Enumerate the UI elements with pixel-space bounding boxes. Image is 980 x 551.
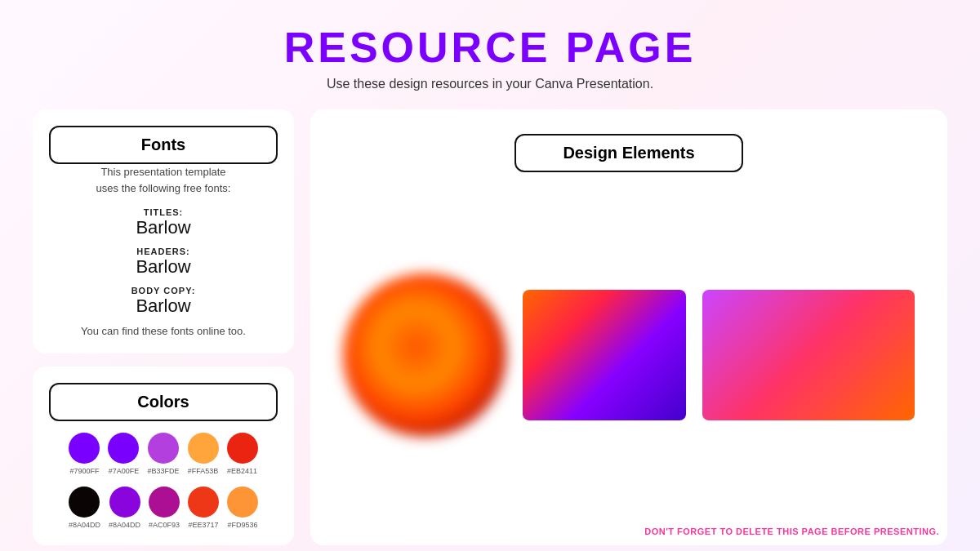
color-row-1: #7900FF #7A00FE #B33FDE #FFA53B #EB2411 bbox=[49, 433, 278, 475]
color-circle bbox=[108, 433, 139, 464]
font-body-name: Barlow bbox=[49, 295, 278, 317]
color-circle bbox=[227, 487, 258, 518]
design-elements-heading: Design Elements bbox=[514, 134, 743, 172]
color-item: #EE3717 bbox=[188, 487, 219, 529]
design-elements-header: Design Elements bbox=[335, 134, 923, 172]
fonts-heading: Fonts bbox=[49, 126, 278, 164]
main-content: Fonts This presentation templateuses the… bbox=[0, 109, 980, 545]
color-label: #EB2411 bbox=[227, 467, 257, 475]
color-circle bbox=[69, 433, 100, 464]
font-headers-label: HEADERS: bbox=[49, 247, 278, 256]
design-elements-grid bbox=[335, 189, 923, 521]
color-circle bbox=[109, 487, 140, 518]
color-item: #B33FDE bbox=[147, 433, 179, 475]
color-item: #EB2411 bbox=[227, 433, 258, 475]
color-label: #8A04DD bbox=[69, 521, 100, 529]
color-item: #7900FF bbox=[69, 433, 100, 475]
color-item: #8A04DD bbox=[109, 487, 140, 529]
color-circle bbox=[149, 487, 180, 518]
gradient-rect-2 bbox=[702, 290, 915, 420]
font-titles: TITLES: Barlow bbox=[49, 207, 278, 238]
font-body: BODY COPY: Barlow bbox=[49, 286, 278, 317]
page-subtitle: Use these design resources in your Canva… bbox=[0, 77, 980, 91]
color-item: #FFA53B bbox=[188, 433, 219, 475]
fonts-note: You can find these fonts online too. bbox=[49, 325, 278, 337]
font-titles-label: TITLES: bbox=[49, 207, 278, 217]
font-titles-name: Barlow bbox=[49, 217, 278, 238]
color-label: #8A04DD bbox=[109, 521, 140, 529]
page-title: RESOURCE PAGE bbox=[0, 23, 980, 72]
color-label: #FFA53B bbox=[188, 467, 219, 475]
font-body-label: BODY COPY: bbox=[49, 286, 278, 295]
page-header: RESOURCE PAGE Use these design resources… bbox=[0, 0, 980, 101]
color-item: #FD9536 bbox=[227, 487, 258, 529]
right-panel: Design Elements bbox=[310, 109, 947, 545]
color-item: #7A00FE bbox=[108, 433, 139, 475]
colors-section: Colors #7900FF #7A00FE #B33FDE #FFA53B bbox=[33, 367, 294, 545]
color-circle bbox=[188, 433, 219, 464]
color-circle bbox=[227, 433, 258, 464]
left-panel: Fonts This presentation templateuses the… bbox=[33, 109, 294, 545]
colors-heading: Colors bbox=[49, 383, 278, 421]
color-label: #7900FF bbox=[69, 467, 99, 475]
font-headers-name: Barlow bbox=[49, 256, 278, 278]
blob-design-element bbox=[343, 273, 506, 437]
gradient-rect-1 bbox=[523, 290, 686, 420]
color-circle bbox=[148, 433, 179, 464]
color-item: #8A04DD bbox=[69, 487, 100, 529]
color-circle bbox=[188, 487, 219, 518]
color-label: #B33FDE bbox=[147, 467, 179, 475]
font-headers: HEADERS: Barlow bbox=[49, 247, 278, 278]
footer-note: DON'T FORGET TO DELETE THIS PAGE BEFORE … bbox=[644, 527, 939, 536]
color-label: #AC0F93 bbox=[149, 521, 180, 529]
color-circle bbox=[69, 487, 100, 518]
color-item: #AC0F93 bbox=[149, 487, 180, 529]
color-label: #EE3717 bbox=[189, 521, 219, 529]
color-row-2: #8A04DD #8A04DD #AC0F93 #EE3717 #FD9536 bbox=[49, 487, 278, 529]
color-label: #FD9536 bbox=[228, 521, 258, 529]
fonts-section: Fonts This presentation templateuses the… bbox=[33, 109, 294, 353]
color-label: #7A00FE bbox=[109, 467, 140, 475]
fonts-description: This presentation templateuses the follo… bbox=[49, 164, 278, 196]
